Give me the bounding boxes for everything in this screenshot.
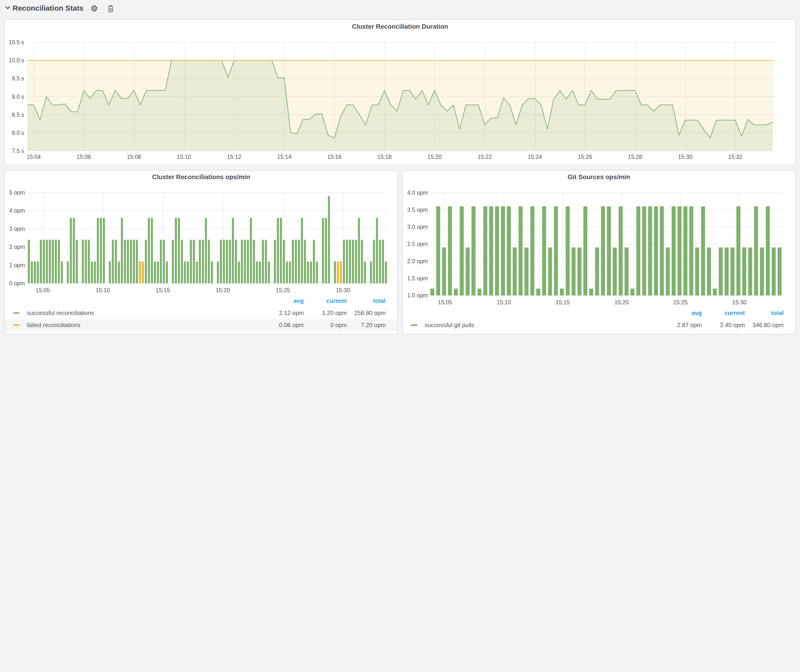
svg-text:15:15: 15:15 [156, 287, 170, 293]
svg-text:10.5 s: 10.5 s [9, 39, 24, 46]
svg-text:15:10: 15:10 [96, 287, 110, 293]
svg-text:8.0 s: 8.0 s [12, 130, 24, 136]
svg-text:15:15: 15:15 [555, 299, 570, 306]
svg-text:15:14: 15:14 [277, 154, 291, 160]
svg-text:Git Sources ops/min: Git Sources ops/min [568, 173, 630, 181]
svg-text:4 opm: 4 opm [9, 207, 25, 214]
svg-text:15:30: 15:30 [678, 154, 693, 160]
svg-text:current: current [326, 298, 347, 304]
svg-text:15:30: 15:30 [732, 299, 747, 306]
svg-text:15:10: 15:10 [497, 299, 511, 306]
svg-text:0.06 opm: 0.06 opm [279, 322, 304, 328]
svg-text:15:05: 15:05 [36, 287, 50, 293]
svg-text:15:06: 15:06 [77, 154, 91, 160]
svg-text:15:20: 15:20 [614, 299, 629, 306]
svg-text:15:18: 15:18 [378, 154, 392, 160]
svg-text:15:05: 15:05 [438, 299, 452, 306]
svg-text:9.0 s: 9.0 s [12, 94, 24, 100]
svg-text:15:20: 15:20 [427, 154, 442, 160]
svg-text:Cluster Reconciliation Duratio: Cluster Reconciliation Duration [352, 23, 448, 30]
svg-text:0 opm: 0 opm [330, 322, 347, 328]
svg-text:2.5 opm: 2.5 opm [407, 241, 428, 247]
svg-text:2.40 opm: 2.40 opm [720, 322, 745, 328]
svg-text:total: total [771, 310, 784, 316]
svg-text:1 opm: 1 opm [9, 262, 25, 269]
svg-text:2.0 opm: 2.0 opm [407, 258, 428, 264]
svg-text:15:22: 15:22 [478, 154, 492, 160]
svg-text:346.80 opm: 346.80 opm [752, 322, 784, 328]
svg-text:1.20 opm: 1.20 opm [322, 310, 347, 316]
svg-text:7.5 s: 7.5 s [12, 148, 24, 154]
svg-text:10.0 s: 10.0 s [9, 57, 24, 64]
svg-text:Cluster Reconciliations ops/mi: Cluster Reconciliations ops/min [152, 173, 250, 181]
svg-text:15:25: 15:25 [674, 299, 688, 306]
svg-text:successful reconciliations: successful reconciliations [27, 310, 94, 316]
svg-text:9.5 s: 9.5 s [12, 75, 24, 82]
svg-text:15:26: 15:26 [578, 154, 592, 160]
svg-text:3.0 opm: 3.0 opm [407, 224, 428, 230]
svg-text:total: total [373, 298, 386, 304]
svg-text:3.5 opm: 3.5 opm [407, 206, 428, 213]
svg-text:15:20: 15:20 [216, 287, 230, 293]
svg-text:2.12 opm: 2.12 opm [279, 310, 304, 316]
svg-text:4.0 opm: 4.0 opm [407, 190, 428, 196]
svg-text:2 opm: 2 opm [9, 244, 25, 250]
svg-text:7.20 opm: 7.20 opm [361, 322, 386, 328]
svg-text:15:04: 15:04 [27, 154, 41, 160]
svg-text:failed reconciliations: failed reconciliations [27, 322, 80, 328]
svg-text:15:28: 15:28 [628, 154, 642, 160]
svg-text:256.80 opm: 256.80 opm [354, 310, 386, 316]
svg-text:1.5 opm: 1.5 opm [407, 275, 428, 282]
svg-text:3 opm: 3 opm [9, 226, 25, 232]
svg-text:Reconciliation Stats: Reconciliation Stats [13, 4, 83, 12]
svg-text:15:12: 15:12 [227, 154, 242, 160]
svg-text:8.5 s: 8.5 s [12, 112, 24, 118]
svg-text:15:24: 15:24 [528, 154, 542, 160]
svg-text:2.87 opm: 2.87 opm [677, 322, 702, 328]
svg-text:0 opm: 0 opm [9, 280, 25, 286]
svg-text:15:25: 15:25 [276, 287, 290, 293]
svg-text:avg: avg [692, 310, 702, 316]
svg-text:15:30: 15:30 [336, 287, 350, 293]
svg-text:15:32: 15:32 [728, 154, 742, 160]
svg-text:current: current [724, 310, 745, 316]
svg-text:15:08: 15:08 [127, 154, 141, 160]
svg-text:successful git pulls: successful git pulls [425, 322, 474, 328]
svg-text:15:16: 15:16 [327, 154, 342, 160]
svg-text:5 opm: 5 opm [9, 189, 25, 196]
svg-text:avg: avg [294, 298, 304, 304]
svg-text:1.0 opm: 1.0 opm [407, 292, 428, 299]
svg-text:15:10: 15:10 [177, 154, 191, 160]
